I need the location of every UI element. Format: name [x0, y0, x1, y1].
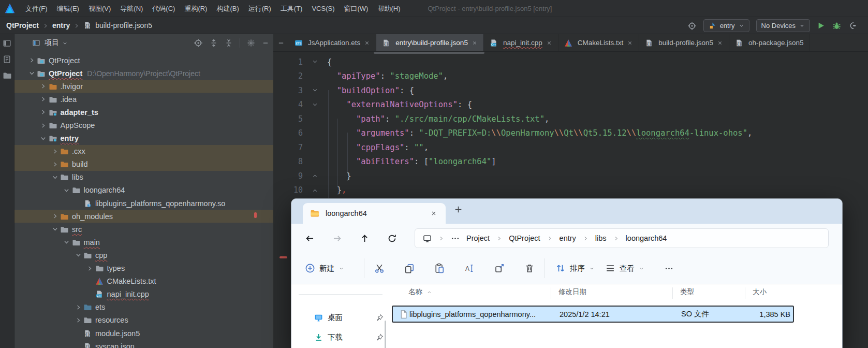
close-tab-icon[interactable]	[717, 40, 723, 46]
sidebar-scrollbar[interactable]	[385, 321, 386, 348]
tree-item-adapter-ts[interactable]: adapter_ts	[14, 106, 273, 119]
up-icon[interactable]	[360, 234, 370, 243]
fold-close-icon[interactable]	[303, 187, 327, 194]
chevron-right-icon[interactable]	[26, 57, 37, 64]
device-target-icon[interactable]	[687, 21, 697, 31]
run-config-select[interactable]: entry	[703, 19, 749, 32]
path-overflow-icon[interactable]	[451, 234, 460, 243]
column-header-type[interactable]: 类型	[680, 287, 694, 297]
chevron-right-icon[interactable]	[38, 109, 49, 115]
paste-icon[interactable]	[434, 263, 445, 273]
tree-item-build[interactable]: build	[14, 158, 273, 171]
device-select[interactable]: No Devices	[756, 19, 810, 32]
chevron-down-icon[interactable]	[50, 174, 60, 181]
close-tab-icon[interactable]	[627, 40, 633, 46]
chevron-right-icon[interactable]	[50, 148, 60, 155]
chevron-right-icon[interactable]	[38, 122, 49, 129]
menu-item[interactable]: 窗口(W)	[340, 0, 373, 17]
breadcrumb-file[interactable]: build-profile.json5	[95, 21, 152, 30]
collapse-all-icon[interactable]	[225, 39, 233, 47]
tree-item-main[interactable]: main	[14, 236, 273, 249]
fold-open-icon[interactable]	[303, 59, 327, 65]
hide-tabs-icon[interactable]	[273, 34, 289, 51]
close-tab-icon[interactable]	[364, 40, 370, 46]
tree-item-cpp[interactable]: cpp	[14, 249, 273, 262]
editor-tab-entry-build-profile-json5[interactable]: {}entry\build-profile.json5	[376, 34, 484, 51]
chevron-down-icon[interactable]	[62, 239, 72, 245]
folder-tool-icon[interactable]	[3, 71, 11, 80]
sidebar-item-desktop[interactable]: 桌面	[291, 309, 384, 326]
close-tab-icon[interactable]	[430, 210, 437, 217]
chevron-right-icon[interactable]	[38, 83, 49, 90]
hide-panel-icon[interactable]	[262, 39, 269, 47]
attach-profiler-button[interactable]	[848, 21, 857, 30]
menu-item[interactable]: 重构(R)	[180, 0, 212, 17]
view-button[interactable]: 查看	[605, 263, 644, 273]
menu-item[interactable]: 运行(R)	[244, 0, 276, 17]
chevron-down-icon[interactable]	[26, 70, 37, 77]
menu-item[interactable]: 帮助(H)	[373, 0, 405, 17]
expand-all-icon[interactable]	[210, 39, 218, 47]
fold-open-icon[interactable]	[303, 87, 327, 94]
tree-item-libplugins-platforms-qopenharmony-so[interactable]: ?libplugins_platforms_qopenharmony.so	[14, 197, 273, 210]
chevron-right-icon[interactable]	[50, 161, 60, 168]
address-crumb-entry[interactable]: entry	[560, 234, 576, 242]
code-editor[interactable]: 1{2 "apiType": "stageMode",3 "buildOptio…	[273, 55, 868, 197]
tree-item-libs[interactable]: libs	[14, 171, 273, 184]
column-header-size[interactable]: 大小	[753, 287, 767, 297]
divider[interactable]	[672, 287, 673, 299]
editor-tab-napi-init-cpp[interactable]: C++napi_init.cpp	[484, 34, 558, 51]
chevron-right-icon[interactable]	[50, 213, 60, 220]
structure-tool-icon[interactable]	[3, 55, 11, 64]
cut-icon[interactable]	[374, 263, 385, 273]
fold-open-icon[interactable]	[303, 102, 327, 108]
editor-tab-cmakelists-txt[interactable]: CMakeLists.txt	[558, 34, 640, 51]
tree-item-entry[interactable]: entry	[14, 132, 273, 145]
share-icon[interactable]	[494, 263, 505, 273]
project-panel-title[interactable]: 项目	[45, 38, 59, 48]
address-crumb-project[interactable]: Project	[466, 234, 490, 242]
menu-item[interactable]: 代码(C)	[148, 0, 180, 17]
tree-item-cmakelists-txt[interactable]: CMakeLists.txt	[14, 275, 273, 288]
breadcrumb-project[interactable]: QtProject	[6, 21, 39, 30]
project-tool-icon[interactable]	[3, 39, 11, 48]
tree-item-syscap-json[interactable]: {}syscap.json	[14, 340, 273, 348]
column-header-date[interactable]: 修改日期	[558, 287, 586, 297]
menu-item[interactable]: 文件(F)	[21, 0, 52, 17]
chevron-down-icon[interactable]	[62, 40, 68, 46]
menu-item[interactable]: VCS(S)	[307, 0, 339, 17]
address-crumb-libs[interactable]: libs	[595, 234, 607, 242]
tree-item-qtproject[interactable]: QtProject	[14, 54, 273, 67]
tree-item--idea[interactable]: .idea	[14, 93, 273, 106]
tree-item-ets[interactable]: ets	[14, 301, 273, 314]
divider[interactable]	[551, 287, 551, 299]
more-options-icon[interactable]	[665, 264, 673, 273]
new-tab-icon[interactable]	[454, 205, 463, 214]
address-bar[interactable]: ProjectQtProjectentrylibsloongarch64	[415, 228, 829, 248]
menu-item[interactable]: 视图(V)	[84, 0, 115, 17]
tree-item-loongarch64[interactable]: loongarch64	[14, 184, 273, 197]
tree-item-types[interactable]: types	[14, 262, 273, 275]
tree-item-oh-modules[interactable]: oh_modules	[14, 210, 273, 223]
sidebar-item-downloads[interactable]: 下载	[291, 328, 384, 346]
breadcrumb-module[interactable]: entry	[52, 21, 70, 30]
chevron-down-icon[interactable]	[62, 187, 72, 194]
chevron-right-icon[interactable]	[73, 304, 83, 311]
refresh-icon[interactable]	[387, 234, 397, 243]
tree-item-qtproject[interactable]: QtProjectD:\OpenHarmony\Project\QtProjec…	[14, 67, 273, 80]
locate-file-icon[interactable]	[194, 38, 203, 48]
rename-icon[interactable]: A	[464, 263, 475, 273]
editor-tab-build-profile-json5[interactable]: {}build-profile.json5	[639, 34, 729, 51]
address-crumb-loongarch64[interactable]: loongarch64	[626, 234, 667, 242]
fold-close-icon[interactable]	[303, 172, 327, 179]
menu-item[interactable]: 工具(T)	[276, 0, 307, 17]
sort-button[interactable]: 排序	[555, 263, 595, 273]
divider[interactable]	[745, 287, 745, 299]
chevron-down-icon[interactable]	[73, 252, 83, 258]
tree-item-src[interactable]: src	[14, 223, 273, 236]
menu-item[interactable]: 导航(N)	[115, 0, 148, 17]
tree-item-module-json5[interactable]: {}module.json5	[14, 327, 273, 340]
menu-item[interactable]: 构建(B)	[212, 0, 243, 17]
tree-item-appscope[interactable]: AppScope	[14, 119, 273, 132]
tab-scrollbar[interactable]	[374, 52, 484, 54]
